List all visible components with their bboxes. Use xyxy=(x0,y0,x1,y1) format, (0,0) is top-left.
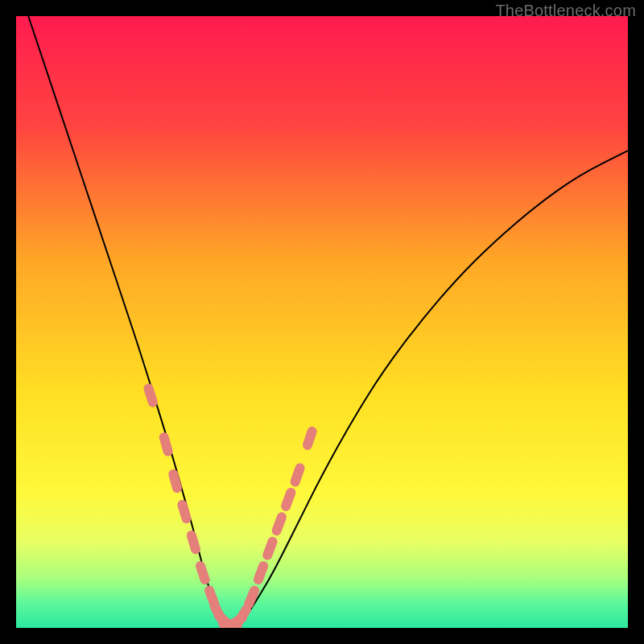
highlight-dot xyxy=(258,566,263,580)
highlight-dot xyxy=(173,474,177,488)
highlight-dot xyxy=(277,517,282,530)
highlight-dot xyxy=(149,389,153,402)
highlight-dot xyxy=(295,469,300,482)
highlight-dot xyxy=(238,609,246,621)
chart-frame xyxy=(16,16,628,628)
highlight-dot xyxy=(192,535,196,549)
highlight-dot xyxy=(286,493,291,506)
highlight-dot xyxy=(267,542,272,555)
watermark-text: TheBottleneck.com xyxy=(495,2,636,20)
bottleneck-chart xyxy=(16,16,628,628)
highlight-dot xyxy=(182,505,186,518)
highlight-dot xyxy=(308,431,312,445)
gradient-background xyxy=(16,16,628,628)
highlight-dot xyxy=(200,566,205,580)
highlight-dot xyxy=(249,591,254,605)
highlight-dot xyxy=(164,437,168,451)
